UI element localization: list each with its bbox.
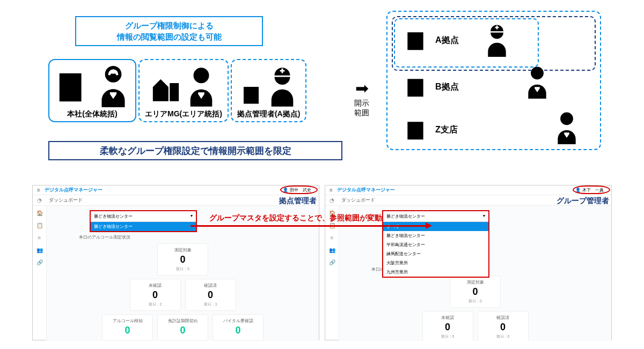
dashboard-title: ダッシュボード [341, 197, 375, 204]
stat-card: アルコール検知0 [102, 314, 153, 341]
red-arrow-icon [191, 225, 427, 227]
user-highlight-circle [573, 185, 610, 194]
role-label-site: 拠点管理者(A拠点) [237, 109, 300, 119]
role-label-area: エリアMG(エリア統括) [145, 109, 222, 119]
menu-icon[interactable]: ≡ [330, 187, 333, 193]
banner-line1: グループ権限制御による [125, 20, 214, 31]
nav-icon[interactable]: 👥 [329, 247, 335, 253]
building-icon [404, 73, 427, 100]
worker-helmet-icon [267, 65, 298, 107]
section-title: 本日のアルコール測定状況 [79, 234, 287, 240]
group-master-note: グループマスタを設定することで、参照範囲が変動 [209, 213, 382, 223]
loc-z-label: Z支店 [435, 124, 458, 136]
nav-icon[interactable]: ≡ [38, 235, 41, 241]
gauge-icon: ◔ [37, 197, 42, 203]
role-label-hq: 本社(全体統括) [67, 109, 117, 119]
nav-icon[interactable]: 👥 [36, 247, 43, 253]
location-b: B拠点 [404, 73, 459, 100]
role-site: 拠点管理者(A拠点) [231, 59, 306, 122]
role-hq: 本社(全体統括) [48, 59, 136, 122]
dropdown-option[interactable]: 九州営業所 [383, 268, 488, 277]
gauge-icon: ◔ [330, 197, 334, 203]
dropdown-option[interactable]: 練馬配送センター [383, 249, 488, 258]
building-icon [404, 116, 427, 143]
top-diagram: グループ権限制御による 情報の閲覧範囲の設定も可能 本社(全体統括) エリアMG… [0, 16, 644, 166]
stat-card: 未確認0前日：0 [422, 311, 473, 341]
stat-card: バイタル要確認0 [213, 314, 264, 341]
banner-line2: 情報の閲覧範囲の設定も可能 [117, 31, 222, 42]
banner-box: グループ権限制御による 情報の閲覧範囲の設定も可能 [75, 16, 263, 46]
svg-rect-1 [281, 69, 283, 73]
building-icon [404, 27, 427, 54]
bottom-screens: ≡ デジタル点呼マネージャー 👤 田中 武史 拠点管理者 ◔ダッシュボード 🏠📋… [32, 185, 612, 346]
role-row: 本社(全体統括) エリアMG(エリア統括) 拠点管理者(A拠点) [48, 59, 306, 122]
manager-suit-icon [524, 65, 550, 99]
location-z: Z支店 [404, 116, 458, 143]
user-highlight-circle [280, 185, 318, 194]
stat-card: 未確認0前日：2 [130, 279, 181, 311]
manager-b [524, 65, 550, 99]
menu-icon[interactable]: ≡ [37, 187, 40, 193]
scope-box: A拠点 B拠点 Z支店 [386, 11, 601, 150]
stat-card: 確認済0前日：0 [478, 311, 529, 341]
loc-a-label: A拠点 [435, 35, 459, 46]
arrow-label: 開示範囲 [354, 98, 369, 117]
dropdown-option[interactable]: 平和島流通センター [383, 240, 488, 249]
sidebar: 🏠📋≡👥🔗 [33, 206, 47, 341]
disclosure-arrow: ➡ 開示範囲 [354, 86, 369, 117]
worker-a [484, 24, 510, 57]
dashboard-title: ダッシュボード [49, 197, 83, 204]
building-large-icon [55, 68, 92, 107]
chevron-down-icon: ▾ [191, 213, 193, 219]
location-a: A拠点 [404, 27, 459, 54]
loc-b-label: B拠点 [435, 81, 459, 93]
group-dropdown[interactable]: 勝どき物流センター▾ 勝どき物流センター [90, 210, 197, 232]
dropdown-option[interactable]: 勝どき物流センター [383, 231, 488, 240]
manager-glasses-icon [554, 111, 580, 144]
chevron-down-icon: ▾ [483, 213, 485, 219]
dropdown-option[interactable]: 大阪営業所 [383, 258, 488, 268]
screen-site-admin: ≡ デジタル点呼マネージャー 👤 田中 武史 拠点管理者 ◔ダッシュボード 🏠📋… [32, 185, 319, 340]
buildings-icon [150, 72, 181, 107]
flex-banner-text: 柔軟なグループ権限設定で情報開示範囲を限定 [100, 145, 291, 157]
arrow-right-icon: ➡ [355, 86, 369, 91]
stat-card: 測定対象0前日：5 [157, 243, 208, 276]
flex-banner: 柔軟なグループ権限設定で情報開示範囲を限定 [48, 141, 342, 160]
manager-z [554, 111, 580, 144]
stat-card: 確認済0前日：3 [185, 279, 236, 311]
group-dropdown[interactable]: 勝どき物流センター▾ すべて 勝どき物流センター 平和島流通センター 練馬配送セ… [382, 210, 489, 278]
svg-rect-3 [496, 26, 497, 29]
nav-icon[interactable]: ≡ [331, 235, 334, 241]
app-logo: デジタル点呼マネージャー [337, 187, 395, 194]
dropdown-option[interactable]: 勝どき物流センター [91, 222, 196, 231]
stat-card: 免許証期限切れ0 [157, 314, 208, 341]
nav-icon[interactable]: 🔗 [329, 259, 335, 265]
worker-helmet-icon [484, 24, 510, 57]
building-small-icon [240, 81, 262, 107]
stat-card: 測定対象0前日：0 [450, 276, 501, 308]
nav-icon[interactable]: 🏠 [36, 210, 43, 216]
manager-suit-icon [186, 65, 217, 107]
role-area: エリアMG(エリア統括) [138, 59, 229, 122]
screen-group-admin: ≡ デジタル点呼マネージャー 👤 木下 一真 グループ管理者 ◔ダッシュボード … [325, 185, 612, 340]
nav-icon[interactable]: 🔗 [36, 259, 43, 265]
app-logo: デジタル点呼マネージャー [45, 187, 103, 194]
manager-glasses-icon [97, 64, 130, 107]
nav-icon[interactable]: 📋 [36, 222, 43, 228]
